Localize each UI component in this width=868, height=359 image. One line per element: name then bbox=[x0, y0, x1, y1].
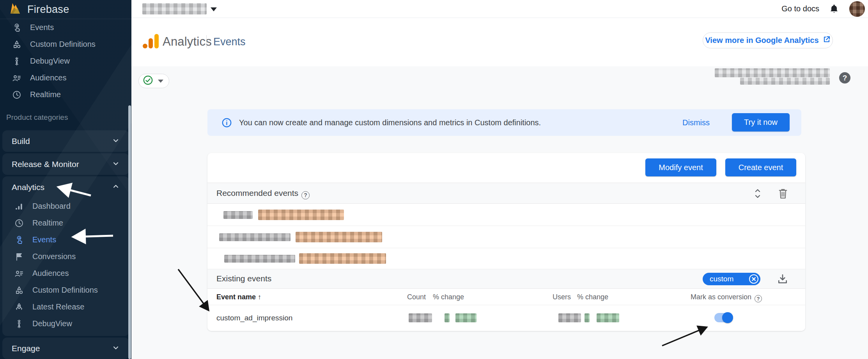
date-range-selector-redacted[interactable] bbox=[715, 68, 832, 85]
column-count: Count bbox=[407, 293, 426, 301]
sidebar-item-realtime-top[interactable]: Realtime bbox=[0, 86, 131, 103]
analytics-subitems: Dashboard Realtime Events Conversions Au… bbox=[2, 198, 129, 336]
redacted-change-badge bbox=[445, 313, 450, 322]
section-engage-header[interactable]: Engage bbox=[2, 338, 129, 359]
redacted-event-description bbox=[258, 210, 344, 220]
sidebar-item-events-top[interactable]: Events bbox=[0, 19, 131, 36]
content: ? You can now create and manage custom d… bbox=[131, 66, 868, 359]
sidebar-item-label: DebugView bbox=[32, 319, 72, 328]
sidebar-item-events-active[interactable]: Events bbox=[2, 231, 129, 248]
sidebar-item-custom-definitions-top[interactable]: Custom Definitions bbox=[0, 36, 131, 53]
user-avatar[interactable] bbox=[849, 1, 865, 17]
product-categories-label: Product categories bbox=[6, 113, 131, 122]
help-button[interactable]: ? bbox=[839, 72, 850, 84]
sidebar-item-custom-definitions[interactable]: Custom Definitions bbox=[2, 282, 129, 299]
view-more-google-analytics-button[interactable]: View more in Google Analytics bbox=[703, 32, 833, 48]
redacted-event-name bbox=[223, 211, 253, 219]
recommended-events-title: Recommended events? bbox=[216, 188, 310, 199]
redacted-event-description bbox=[296, 232, 382, 242]
external-link-icon bbox=[823, 36, 831, 45]
sidebar-item-debugview-top[interactable]: DebugView bbox=[0, 53, 131, 69]
sort-icon[interactable] bbox=[753, 188, 763, 199]
firebase-brand[interactable]: Firebase bbox=[0, 0, 131, 19]
sidebar-item-label: Audiences bbox=[30, 73, 66, 82]
existing-events-header: Existing events custom ✕ bbox=[207, 269, 805, 289]
recommended-event-row bbox=[207, 226, 805, 248]
download-icon[interactable] bbox=[777, 274, 788, 284]
section-analytics-header[interactable]: Analytics bbox=[2, 176, 129, 198]
sidebar-item-dashboard[interactable]: Dashboard bbox=[2, 198, 129, 215]
mark-as-conversion-toggle[interactable] bbox=[714, 312, 733, 323]
help-question-icon: ? bbox=[755, 295, 762, 302]
existing-events-title: Existing events bbox=[216, 274, 271, 283]
sidebar-item-label: Events bbox=[30, 23, 54, 32]
sidebar-item-label: Custom Definitions bbox=[32, 286, 98, 295]
google-analytics-logo-icon bbox=[143, 34, 159, 48]
sidebar-item-conversions[interactable]: Conversions bbox=[2, 248, 129, 265]
chevron-up-icon bbox=[112, 183, 120, 192]
section-build-header[interactable]: Build bbox=[2, 130, 129, 152]
column-mark-as-conversion: Mark as conversion? bbox=[691, 293, 762, 302]
project-selector-redacted[interactable] bbox=[142, 3, 207, 14]
sidebar-item-label: Latest Release bbox=[32, 302, 84, 311]
debug-plumb-icon bbox=[12, 56, 21, 66]
audiences-icon bbox=[12, 73, 21, 83]
sidebar-item-latest-release[interactable]: Latest Release bbox=[2, 299, 129, 315]
column-percent-change: % change bbox=[433, 293, 464, 301]
section-release-monitor-header[interactable]: Release & Monitor bbox=[2, 153, 129, 175]
sidebar-item-label: Conversions bbox=[32, 252, 76, 261]
rocket-icon bbox=[14, 302, 24, 312]
check-circle-icon bbox=[143, 75, 153, 87]
create-event-button[interactable]: Create event bbox=[725, 158, 796, 176]
trash-icon[interactable] bbox=[778, 188, 788, 199]
go-to-docs-link[interactable]: Go to docs bbox=[781, 4, 819, 13]
sidebar-item-label: Realtime bbox=[30, 90, 61, 99]
sidebar-item-label: Dashboard bbox=[32, 202, 71, 211]
modify-event-button[interactable]: Modify event bbox=[645, 158, 716, 176]
caret-down-icon bbox=[211, 7, 217, 11]
sidebar-item-realtime[interactable]: Realtime bbox=[2, 215, 129, 231]
help-question-icon: ? bbox=[301, 191, 310, 199]
dismiss-button[interactable]: Dismiss bbox=[682, 118, 710, 127]
sidebar-item-audiences-top[interactable]: Audiences bbox=[0, 69, 131, 86]
try-it-now-button[interactable]: Try it now bbox=[732, 113, 790, 132]
header-divider bbox=[206, 35, 207, 48]
shapes-icon bbox=[14, 285, 24, 295]
remove-filter-icon[interactable]: ✕ bbox=[749, 274, 758, 284]
sidebar-item-label: DebugView bbox=[30, 57, 70, 66]
section-label: Build bbox=[12, 137, 30, 146]
column-event-name[interactable]: Event name ↑ bbox=[216, 293, 261, 301]
sidebar-scrollbar[interactable] bbox=[128, 105, 131, 359]
event-name-cell: custom_ad_impression bbox=[216, 314, 292, 322]
section-engage: Engage bbox=[2, 338, 129, 359]
recommended-events-header: Recommended events? bbox=[207, 183, 805, 204]
section-analytics: Analytics Dashboard Realtime Events bbox=[2, 176, 129, 336]
audiences-icon bbox=[14, 268, 24, 278]
custom-filter-chip[interactable]: custom ✕ bbox=[703, 273, 760, 285]
main-area: Go to docs Analytics Events View more in… bbox=[131, 0, 868, 359]
analytics-header: Analytics Events View more in Google Ana… bbox=[131, 18, 868, 66]
sidebar-item-label: Realtime bbox=[32, 219, 63, 227]
recommended-event-row bbox=[207, 248, 805, 269]
flag-icon bbox=[14, 252, 24, 261]
bar-chart-icon bbox=[14, 201, 24, 211]
sidebar-item-label: Custom Definitions bbox=[30, 40, 96, 49]
sidebar-scrolled-items: Events Custom Definitions DebugView Audi… bbox=[0, 19, 131, 103]
events-table-header: Event name ↑ Count % change Users % chan… bbox=[207, 289, 805, 305]
app-filter-chip[interactable] bbox=[138, 74, 169, 88]
card-actions: Modify event Create event bbox=[207, 153, 805, 183]
recommended-event-row bbox=[207, 204, 805, 226]
page-title: Events bbox=[213, 36, 246, 48]
sidebar-item-audiences[interactable]: Audiences bbox=[2, 265, 129, 282]
redacted-event-description bbox=[299, 253, 386, 264]
sidebar-item-debugview[interactable]: DebugView bbox=[2, 315, 129, 332]
section-build: Build bbox=[2, 130, 129, 152]
shapes-icon bbox=[12, 39, 21, 49]
section-release-monitor: Release & Monitor bbox=[2, 153, 129, 175]
notifications-bell-icon[interactable] bbox=[828, 3, 840, 15]
redacted-event-name bbox=[224, 255, 295, 263]
sidebar-item-label: Events bbox=[32, 235, 56, 244]
brand-name: Firebase bbox=[27, 4, 69, 16]
tap-icon bbox=[12, 23, 21, 32]
debug-plumb-icon bbox=[14, 319, 24, 329]
